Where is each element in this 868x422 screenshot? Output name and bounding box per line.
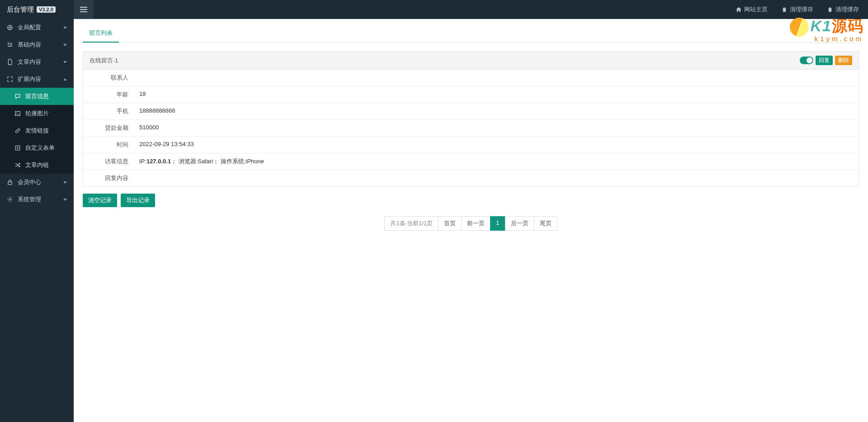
- gear-icon: [7, 196, 13, 203]
- file-icon: [7, 59, 13, 65]
- record-row-loan: 贷款金额 510000: [83, 120, 859, 137]
- svg-rect-4: [15, 111, 20, 115]
- sidebar-item-customform[interactable]: 自定义表单: [0, 139, 74, 156]
- brand-title: 后台管理: [7, 5, 34, 14]
- clear-cache-link[interactable]: 清理缓存: [781, 5, 813, 14]
- record-header: 在线留言-1 回复 删除: [83, 52, 859, 70]
- sidebar-item-label: 会员中心: [18, 178, 41, 186]
- sidebar-item-global[interactable]: 全局配置: [0, 19, 74, 36]
- record-value: [133, 70, 859, 86]
- sidebar-item-innerlink[interactable]: 文章内链: [0, 156, 74, 174]
- header-links: 网站主页 清理缓存 清理缓存: [736, 5, 868, 14]
- sidebar-item-label: 友情链接: [25, 127, 49, 135]
- chevron-down-icon: [63, 27, 67, 29]
- chevron-down-icon: [63, 181, 67, 184]
- comment-icon: [14, 93, 21, 100]
- sidebar-item-member[interactable]: 会员中心: [0, 174, 74, 191]
- message-record: 在线留言-1 回复 删除 联系人 年龄 18: [83, 51, 859, 187]
- record-label: 时间: [83, 137, 133, 153]
- svg-point-2: [11, 44, 12, 45]
- home-icon: [736, 6, 742, 13]
- sidebar-item-system[interactable]: 系统管理: [0, 191, 74, 208]
- menu-toggle-button[interactable]: [74, 0, 94, 19]
- sidebar-item-links[interactable]: 友情链接: [0, 122, 74, 139]
- delete-button[interactable]: 删除: [835, 56, 852, 65]
- bars-icon: [80, 7, 87, 12]
- sidebar-item-label: 系统管理: [18, 195, 41, 204]
- page-last[interactable]: 尾页: [534, 216, 557, 231]
- plus-square-icon: [14, 145, 21, 151]
- action-buttons: 清空记录 导出记录: [83, 194, 859, 207]
- sidebar-item-label: 留言信息: [25, 92, 49, 100]
- sidebar-item-extend[interactable]: 扩展内容: [0, 71, 74, 88]
- image-icon: [14, 110, 21, 117]
- reply-button[interactable]: 回复: [816, 56, 833, 65]
- chevron-down-icon: [63, 61, 67, 63]
- chevron-up-icon: [63, 78, 67, 81]
- record-row-visitor: 访客信息 IP:127.0.0.1； 浏览器:Safari； 操作系统:iPho…: [83, 153, 859, 170]
- toggle-knob: [807, 57, 812, 63]
- lock-icon: [7, 179, 13, 185]
- record-row-reply: 回复内容: [83, 170, 859, 186]
- expand-icon: [7, 76, 13, 82]
- brand-version: V3.2.0: [37, 6, 56, 13]
- record-row-time: 时间 2022-09-29 13:54:33: [83, 137, 859, 153]
- sidebar-item-label: 轮播图片: [25, 109, 49, 118]
- sidebar-item-label: 扩展内容: [18, 75, 41, 83]
- main-content: 留言列表 在线留言-1 回复 删除 联系人 年龄: [74, 19, 868, 422]
- record-label: 联系人: [83, 70, 133, 86]
- sidebar-item-label: 文章内链: [25, 161, 49, 169]
- status-toggle[interactable]: [800, 57, 813, 64]
- record-value: 2022-09-29 13:54:33: [133, 137, 859, 153]
- brand: 后台管理 V3.2.0: [0, 5, 74, 14]
- sliders-icon: [7, 42, 13, 48]
- sidebar: 全局配置 基础内容 文章内容 扩展内容 留言信息 轮播图片: [0, 19, 74, 422]
- sidebar-submenu-extend: 留言信息 轮播图片 友情链接 自定义表单 文章内链: [0, 88, 74, 174]
- shuffle-icon: [14, 162, 21, 168]
- page-current[interactable]: 1: [490, 216, 505, 231]
- record-value: [133, 170, 859, 186]
- clear-cache-link-2[interactable]: 清理缓存: [827, 5, 859, 14]
- page-prev[interactable]: 前一页: [461, 216, 491, 231]
- svg-point-3: [9, 46, 10, 47]
- record-label: 贷款金额: [83, 120, 133, 136]
- record-body: 联系人 年龄 18 手机 18888888888 贷款金额 510000 时间: [83, 70, 859, 186]
- record-title: 在线留言-1: [90, 57, 800, 65]
- chevron-down-icon: [63, 44, 67, 46]
- tab-message-list[interactable]: 留言列表: [83, 24, 119, 43]
- trash-icon: [781, 6, 788, 13]
- record-row-contact: 联系人: [83, 70, 859, 86]
- record-value: 18: [133, 86, 859, 103]
- home-link[interactable]: 网站主页: [736, 5, 768, 14]
- pagination: 共1条 当前1/1页 首页 前一页 1 后一页 尾页: [83, 216, 859, 231]
- record-row-phone: 手机 18888888888: [83, 103, 859, 120]
- svg-rect-7: [8, 182, 12, 185]
- sidebar-item-label: 全局配置: [18, 24, 41, 32]
- top-header: 后台管理 V3.2.0 网站主页 清理缓存 清理缓存: [0, 0, 868, 19]
- clear-records-button[interactable]: 清空记录: [83, 194, 117, 207]
- sidebar-item-message[interactable]: 留言信息: [0, 88, 74, 105]
- chevron-down-icon: [63, 199, 67, 201]
- page-first[interactable]: 首页: [438, 216, 462, 231]
- record-value: IP:127.0.0.1； 浏览器:Safari； 操作系统:iPhone: [133, 153, 859, 170]
- sidebar-item-label: 文章内容: [18, 58, 41, 66]
- svg-point-5: [16, 112, 17, 113]
- sidebar-item-basic[interactable]: 基础内容: [0, 36, 74, 53]
- record-label: 回复内容: [83, 170, 133, 186]
- record-label: 年龄: [83, 86, 133, 103]
- svg-point-8: [9, 199, 11, 200]
- link-icon: [14, 128, 21, 134]
- record-value: 510000: [133, 120, 859, 136]
- trash-icon: [827, 6, 833, 13]
- sidebar-item-label: 自定义表单: [25, 144, 55, 152]
- page-next[interactable]: 后一页: [505, 216, 534, 231]
- sidebar-item-carousel[interactable]: 轮播图片: [0, 105, 74, 122]
- record-label: 手机: [83, 103, 133, 119]
- record-row-age: 年龄 18: [83, 86, 859, 103]
- sidebar-item-article[interactable]: 文章内容: [0, 53, 74, 71]
- export-records-button[interactable]: 导出记录: [121, 194, 155, 207]
- tab-bar: 留言列表: [83, 24, 859, 43]
- svg-point-1: [8, 43, 9, 43]
- record-value: 18888888888: [133, 103, 859, 119]
- page-info: 共1条 当前1/1页: [384, 216, 439, 231]
